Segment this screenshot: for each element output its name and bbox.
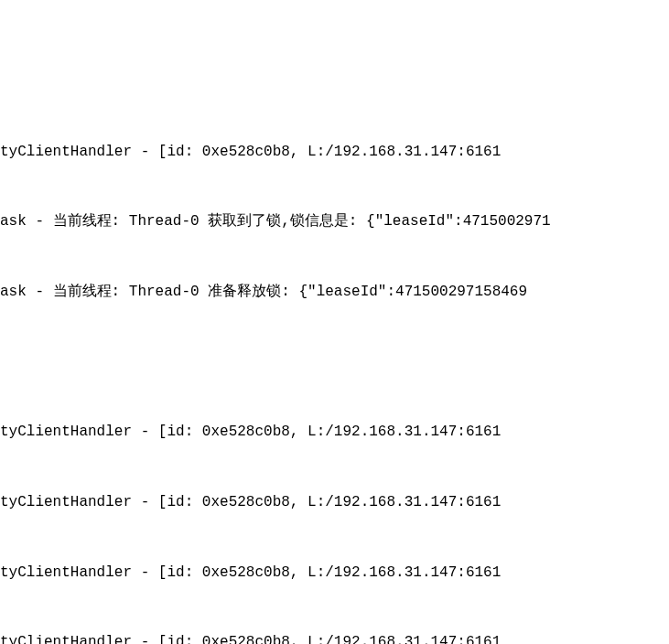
log-line: ask - 当前线程: Thread-0 获取到了锁,锁信息是: {"lease… xyxy=(0,210,669,234)
log-line: tyClientHandler - [id: 0xe528c0b8, L:/19… xyxy=(0,141,669,165)
log-line: ask - 当前线程: Thread-0 准备释放锁: {"leaseId":4… xyxy=(0,281,669,305)
blank-line xyxy=(0,351,669,374)
log-line: tyClientHandler - [id: 0xe528c0b8, L:/19… xyxy=(0,631,669,644)
log-line: tyClientHandler - [id: 0xe528c0b8, L:/19… xyxy=(0,562,669,585)
log-line: tyClientHandler - [id: 0xe528c0b8, L:/19… xyxy=(0,491,669,515)
log-output: tyClientHandler - [id: 0xe528c0b8, L:/19… xyxy=(0,93,669,644)
log-line: tyClientHandler - [id: 0xe528c0b8, L:/19… xyxy=(0,421,669,445)
